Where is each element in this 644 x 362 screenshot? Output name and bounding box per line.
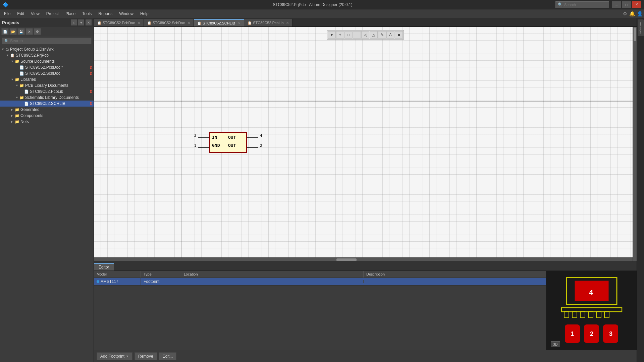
col-description[interactable]: Description — [364, 271, 546, 278]
save-button[interactable]: 💾 — [17, 28, 25, 35]
svg-text:4: 4 — [260, 133, 262, 138]
sidebar-item-schdoc[interactable]: 📄 STC89C52.SchDoc D — [0, 70, 94, 76]
row-indicator — [97, 280, 99, 283]
menu-edit[interactable]: Edit — [14, 10, 27, 17]
preview-3d-label[interactable]: 3D — [551, 341, 560, 347]
tab-pcblib[interactable]: 📋 STC89C52.PcbLib ✕ — [244, 19, 292, 26]
sidebar-item-sch-lib-docs[interactable]: ▼ 📁 Schematic Library Documents — [0, 95, 94, 101]
remove-button[interactable]: Remove — [135, 352, 157, 360]
search-icon: 🔍 — [558, 2, 563, 7]
close-button[interactable]: ✕ — [632, 1, 641, 8]
schematic-component: IN OUT GND OUT 3 1 4 2 — [198, 131, 272, 159]
schdoc-icon: 📄 — [19, 71, 24, 76]
sidebar-item-project-group[interactable]: ▼ 🗂 Project Group 1.DsnWrk — [0, 46, 94, 52]
main-layout: Projects ◁ ▼ ✕ 📄 📂 💾 ✕ ⚙ 🔍 ▼ 🗂 Project G… — [0, 18, 644, 362]
canvas-scrollbar-vertical[interactable] — [633, 27, 637, 261]
title-search-bar[interactable]: 🔍 — [555, 1, 609, 8]
sidebar-menu-button[interactable]: ▼ — [78, 19, 84, 25]
sidebar-close-button[interactable]: ✕ — [86, 19, 92, 25]
bell-icon[interactable]: 🔔 — [629, 11, 635, 16]
sidebar-header: Projects ◁ ▼ ✕ — [0, 18, 94, 27]
title-search-input[interactable] — [564, 3, 604, 7]
pcb-lib-folder-icon: 📁 — [19, 83, 24, 88]
fill-tool-button[interactable]: ■ — [395, 31, 403, 39]
tab-pcbdoc[interactable]: 📋 STC89C52.PcbDoc ✕ — [94, 19, 144, 26]
col-model[interactable]: Model — [94, 271, 141, 278]
menu-reports[interactable]: Reports — [96, 10, 115, 17]
add-tool-button[interactable]: + — [336, 31, 344, 39]
sidebar-item-stc89c52-prjpcb[interactable]: ▼ 📋 STC89C52.PrjPcb — [0, 52, 94, 58]
menu-file[interactable]: File — [1, 10, 13, 17]
table-row[interactable]: AMS1117 Footprint — [94, 278, 546, 286]
sidebar-item-generated[interactable]: ▶ 📁 Generated — [0, 107, 94, 113]
edit-label: Edit... — [163, 354, 173, 359]
component-svg: IN OUT GND OUT 3 1 4 2 — [198, 131, 272, 158]
new-file-button[interactable]: 📄 — [1, 28, 9, 35]
svg-text:3: 3 — [609, 330, 612, 337]
sidebar-item-label: PCB Library Documents — [25, 83, 68, 88]
line-tool-button[interactable]: — — [353, 31, 361, 39]
cell-description — [364, 280, 546, 283]
sidebar-item-label: STC89C52.PcbDoc * — [25, 65, 63, 70]
sidebar-item-label: Project Group 1.DsnWrk — [10, 47, 54, 52]
schematic-canvas[interactable]: ▼ + □ — ◁ △ ✎ A ■ — [94, 27, 637, 261]
tab-schlib[interactable]: 📋 STC89C52.SCHLIB ✕ — [194, 19, 244, 26]
sidebar-item-components[interactable]: ▶ 📁 Components — [0, 113, 94, 119]
scrollbar-thumb-horizontal[interactable] — [336, 258, 357, 261]
sidebar-collapse-button[interactable]: ◁ — [71, 19, 77, 25]
select-tool-button[interactable]: ◁ — [361, 31, 369, 39]
sidebar-item-libraries[interactable]: ▼ 📁 Libraries — [0, 76, 94, 82]
crosshair-vertical — [181, 27, 181, 261]
menu-project[interactable]: Project — [44, 10, 61, 17]
folder-icon: 📁 — [15, 59, 19, 64]
tab-label: STC89C52.SCHLIB — [203, 21, 235, 25]
tab-close-icon[interactable]: ✕ — [187, 21, 190, 25]
menu-place[interactable]: Place — [63, 10, 78, 17]
svg-text:4: 4 — [589, 288, 593, 297]
sidebar-item-schlib[interactable]: 📄 STC89C52.SCHLIB D — [0, 101, 94, 107]
sidebar-toolbar: 📄 📂 💾 ✕ ⚙ — [0, 27, 94, 36]
menu-view[interactable]: View — [28, 10, 42, 17]
minimize-button[interactable]: – — [612, 1, 621, 8]
dropdown-arrow-icon[interactable]: ▼ — [126, 355, 129, 358]
nets-folder-icon: 📁 — [15, 120, 19, 124]
arrow-icon: ▼ — [15, 84, 19, 87]
col-location[interactable]: Location — [181, 271, 364, 278]
tab-editor[interactable]: Editor — [94, 263, 114, 270]
text-tool-button[interactable]: A — [386, 31, 394, 39]
settings-button[interactable]: ⚙ — [34, 28, 41, 35]
tab-close-icon[interactable]: ✕ — [286, 21, 289, 25]
scrollbar-thumb-vertical[interactable] — [634, 27, 636, 41]
edit-button[interactable]: Edit... — [159, 352, 177, 360]
col-type[interactable]: Type — [141, 271, 181, 278]
footprint-preview: 4 — [548, 271, 635, 350]
menu-tools[interactable]: Tools — [79, 10, 94, 17]
sidebar-item-pcblib[interactable]: 📄 STC89C52.PcbLib D — [0, 88, 94, 95]
tab-close-icon[interactable]: ✕ — [238, 21, 240, 25]
polygon-tool-button[interactable]: △ — [370, 31, 378, 39]
sidebar-panel: Projects ◁ ▼ ✕ 📄 📂 💾 ✕ ⚙ 🔍 ▼ 🗂 Project G… — [0, 18, 94, 362]
tab-schdoc[interactable]: 📋 STC89C52.SchDoc ✕ — [144, 19, 194, 26]
settings-icon[interactable]: ⚙ — [623, 11, 627, 16]
sidebar-item-nets[interactable]: ▶ 📁 Nets — [0, 119, 94, 125]
tab-close-icon[interactable]: ✕ — [138, 21, 140, 25]
sidebar-item-source-documents[interactable]: ▼ 📁 Source Documents — [0, 58, 94, 64]
sidebar-item-pcb-lib-docs[interactable]: ▼ 📁 PCB Library Documents — [0, 82, 94, 88]
rect-tool-button[interactable]: □ — [344, 31, 353, 39]
menu-window[interactable]: Window — [116, 10, 136, 17]
close-file-button[interactable]: ✕ — [25, 28, 33, 35]
filter-tool-button[interactable]: ▼ — [328, 31, 336, 39]
sidebar-search-box[interactable]: 🔍 — [2, 38, 92, 44]
sidebar-search-input[interactable] — [10, 39, 89, 43]
messages-panel-button[interactable]: Messages — [638, 19, 644, 36]
libraries-folder-icon: 📁 — [15, 77, 19, 82]
maximize-button[interactable]: □ — [622, 1, 631, 8]
user-icon[interactable]: 👤 — [637, 11, 643, 16]
open-file-button[interactable]: 📂 — [9, 28, 17, 35]
canvas-scrollbar-horizontal[interactable] — [94, 257, 633, 261]
sidebar-item-pcbdoc[interactable]: 📄 STC89C52.PcbDoc * D — [0, 64, 94, 70]
menu-help[interactable]: Help — [138, 10, 151, 17]
draw-tool-button[interactable]: ✎ — [378, 31, 386, 39]
add-footprint-button[interactable]: Add Footprint ▼ — [97, 352, 132, 360]
tab-bar: 📋 STC89C52.PcbDoc ✕ 📋 STC89C52.SchDoc ✕ … — [94, 18, 637, 27]
